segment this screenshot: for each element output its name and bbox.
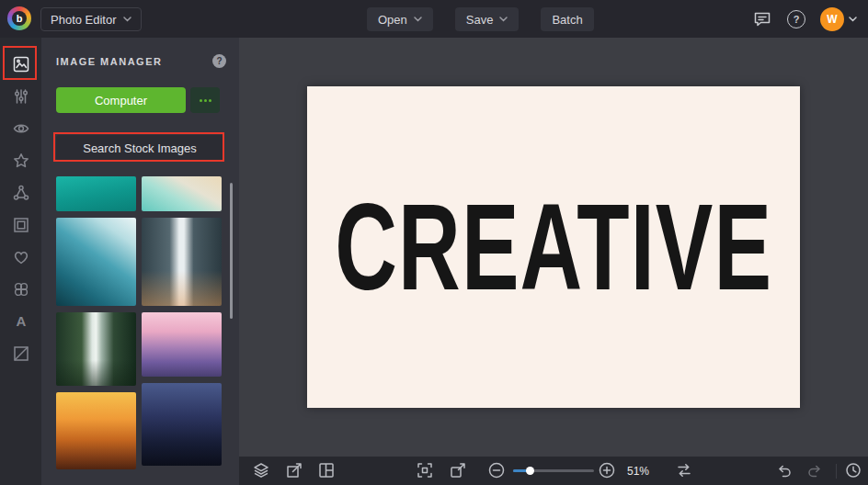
zoom-slider-knob[interactable] <box>526 467 534 475</box>
redo-button[interactable] <box>805 461 824 479</box>
batch-label: Batch <box>552 13 582 27</box>
history-button[interactable] <box>844 461 862 479</box>
chevron-down-icon <box>499 17 508 22</box>
stock-thumbnail-beach-shore[interactable] <box>142 176 222 211</box>
zoom-slider[interactable] <box>513 469 594 472</box>
resize-canvas-button[interactable] <box>285 461 303 479</box>
compare-arrows-icon <box>675 461 693 479</box>
topbar-right-actions: ? W <box>752 0 857 38</box>
source-buttons-row: Computer <box>56 87 220 113</box>
chevron-down-icon <box>414 17 422 22</box>
fit-screen-icon <box>416 461 434 479</box>
full-view-button[interactable] <box>449 461 467 479</box>
bottom-toolbar: 51% <box>239 457 868 485</box>
stock-image-grid <box>56 176 222 469</box>
stock-thumbnail-pink-mountains[interactable] <box>142 312 222 377</box>
sidebar-item-touchup[interactable] <box>0 112 41 144</box>
app-menu-button[interactable]: Photo Editor <box>40 7 142 31</box>
panel-help-icon[interactable]: ? <box>212 54 226 68</box>
text-icon: A <box>12 312 30 331</box>
star-icon <box>12 152 30 170</box>
thumbs-column-right <box>142 176 222 469</box>
top-bar: b Photo Editor Open Save Batch ? W <box>0 0 868 38</box>
panel-help-glyph: ? <box>216 56 222 66</box>
sidebar-item-graphics[interactable] <box>0 337 41 369</box>
sidebar-item-text[interactable]: A <box>0 305 41 337</box>
sidebar-item-adjustments[interactable] <box>0 80 41 112</box>
topbar-center-actions: Open Save Batch <box>367 7 594 31</box>
sliders-icon <box>12 87 30 106</box>
befunky-logo[interactable]: b <box>7 6 31 30</box>
help-glyph: ? <box>794 14 800 25</box>
avatar-initial: W <box>827 13 837 26</box>
image-manager-icon <box>12 55 30 73</box>
canvas-text[interactable]: CREATIVE <box>335 177 772 317</box>
svg-text:A: A <box>16 313 26 329</box>
toolbar-divider <box>836 464 837 479</box>
open-button[interactable]: Open <box>367 7 433 31</box>
batch-button[interactable]: Batch <box>541 7 593 31</box>
stock-thumbnail-ocean-waves[interactable] <box>56 218 136 306</box>
fit-to-screen-button[interactable] <box>416 461 434 479</box>
eye-icon <box>12 119 30 138</box>
panel-scrollbar[interactable] <box>230 183 233 319</box>
thumbs-column-left <box>56 176 136 469</box>
tool-sidebar: A <box>0 38 41 485</box>
save-label: Save <box>466 13 494 27</box>
sidebar-item-overlays[interactable] <box>0 241 41 273</box>
stock-thumbnail-sunset-clouds[interactable] <box>56 392 136 469</box>
save-button[interactable]: Save <box>455 7 520 31</box>
search-stock-images-input[interactable] <box>56 135 223 161</box>
resize-icon <box>285 461 303 479</box>
logo-glyph: b <box>12 11 27 26</box>
undo-button[interactable] <box>775 461 794 479</box>
zoom-in-button[interactable] <box>598 461 616 479</box>
shapes-icon <box>12 280 30 299</box>
stock-thumbnail-waterfall-rainbow[interactable] <box>142 218 222 306</box>
frame-icon <box>12 216 30 234</box>
stock-thumbnail-teal-sea[interactable] <box>56 176 136 211</box>
zoom-out-button[interactable] <box>487 461 506 479</box>
help-icon[interactable]: ? <box>787 10 805 28</box>
zoom-in-icon <box>598 461 616 479</box>
chevron-down-icon <box>849 17 857 22</box>
sidebar-item-effects[interactable] <box>0 144 41 176</box>
image-manager-panel: IMAGE MANAGER ? Computer <box>41 38 239 485</box>
sidebar-item-artsy[interactable] <box>0 176 41 209</box>
sidebar-item-image-manager[interactable] <box>0 48 41 80</box>
panel-header: IMAGE MANAGER ? <box>56 54 226 68</box>
canvas-workspace[interactable]: CREATIVE <box>239 38 868 457</box>
redo-icon <box>805 461 824 479</box>
zoom-level[interactable]: 51% <box>627 465 649 478</box>
ellipsis-icon <box>200 99 202 102</box>
more-options-button[interactable] <box>190 87 220 113</box>
sidebar-item-frames[interactable] <box>0 209 41 241</box>
undo-icon <box>775 461 794 479</box>
feedback-icon[interactable] <box>752 10 772 28</box>
stock-thumbnail-night-mountains[interactable] <box>142 383 222 466</box>
full-view-icon <box>449 461 467 479</box>
computer-button[interactable]: Computer <box>56 87 186 113</box>
app-menu-label: Photo Editor <box>51 13 117 27</box>
avatar: W <box>820 7 844 31</box>
graphics-icon <box>12 344 30 363</box>
history-clock-icon <box>844 461 862 479</box>
chevron-down-icon <box>123 17 131 22</box>
account-menu[interactable]: W <box>820 7 857 31</box>
panel-title: IMAGE MANAGER <box>56 56 162 67</box>
zoom-out-icon <box>487 461 506 479</box>
heart-icon <box>12 248 30 266</box>
stock-thumbnail-forest-waterfall-bridge[interactable] <box>56 312 136 386</box>
open-label: Open <box>378 13 407 27</box>
compare-button[interactable] <box>675 461 693 479</box>
collage-grid-icon <box>317 461 336 479</box>
canvas-artboard[interactable]: CREATIVE <box>307 86 800 408</box>
collage-button[interactable] <box>317 461 336 479</box>
nodes-icon <box>12 184 30 202</box>
layers-icon <box>252 461 270 479</box>
sidebar-item-textures[interactable] <box>0 273 41 305</box>
layers-button[interactable] <box>252 461 270 479</box>
